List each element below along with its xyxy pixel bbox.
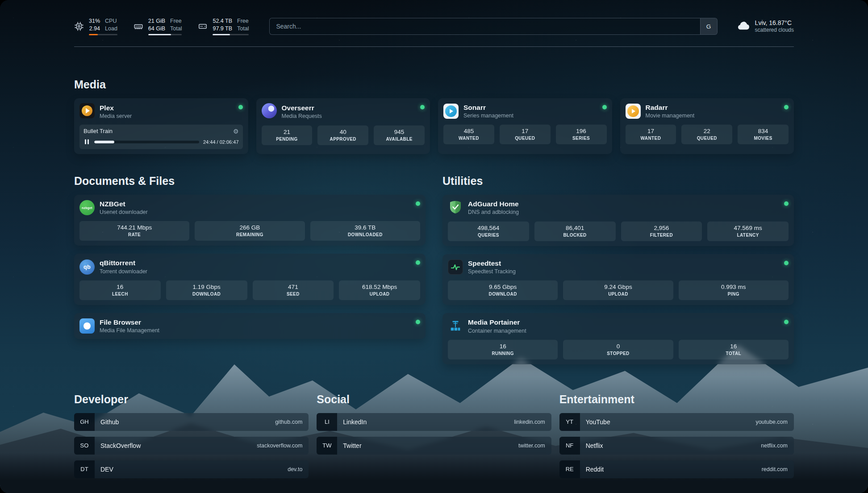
stat-label: AVAILABLE: [376, 137, 423, 142]
stat-block: 22 QUEUED: [681, 125, 732, 144]
service-subtitle: Movie management: [646, 112, 695, 119]
stat-block: 17 QUEUED: [500, 125, 551, 144]
weather-condition: scattered clouds: [755, 27, 794, 34]
stat-label: DOWNLOADED: [312, 232, 418, 237]
bookmark-name: Reddit: [586, 466, 604, 473]
search-bar[interactable]: G: [269, 18, 717, 35]
resource-usage-fill: [148, 34, 171, 35]
service-card-nzbget[interactable]: nzbget NZBGet Usenet downloader 744.21 M…: [74, 195, 426, 246]
stat-block: 2,956 FILTERED: [621, 221, 702, 241]
memory-icon: [134, 21, 143, 31]
bookmark-url: twitter.com: [518, 443, 545, 449]
stat-label: STOPPED: [565, 351, 671, 356]
stat-label: UPLOAD: [565, 292, 671, 297]
resource-usage-fill: [89, 34, 98, 35]
stat-value: 2,956: [623, 225, 701, 231]
bookmark-abbr: DT: [74, 460, 95, 478]
status-dot: [416, 320, 420, 324]
bookmark-name: YouTube: [586, 418, 610, 426]
service-card-media-portainer[interactable]: Media Portainer Container management 16 …: [442, 313, 794, 364]
service-stats: 16 LEECH 1.19 Gbps DOWNLOAD 471 SEED 618…: [79, 280, 420, 300]
service-header: Sonarr Series management: [443, 103, 607, 119]
bookmark-reddit[interactable]: RE Reddit reddit.com: [559, 460, 794, 478]
bookmark-abbr: SO: [74, 437, 95, 455]
playback-progress-bar[interactable]: [94, 141, 199, 143]
disk-icon: [198, 21, 208, 31]
service-stats: 17 WANTED 22 QUEUED 834 MOVIES: [626, 125, 789, 144]
bookmark-url: netflix.com: [761, 443, 788, 449]
stat-block: 21 PENDING: [262, 125, 313, 145]
service-header: Plex Media server: [79, 103, 243, 120]
plex-icon: [79, 103, 95, 120]
search-provider-button[interactable]: G: [700, 18, 717, 34]
stat-label: PING: [680, 292, 787, 297]
service-card-sonarr[interactable]: Sonarr Series management 485 WANTED 17 Q…: [438, 98, 612, 154]
service-card-plex[interactable]: Plex Media server Bullet Train ⚙ 24:44 /…: [74, 98, 248, 154]
service-header: Speedtest Speedtest Tracking: [448, 259, 789, 275]
service-header: Overseerr Media Requests: [262, 103, 425, 120]
bookmark-github[interactable]: GH Github github.com: [74, 413, 309, 431]
topbar: 31% 2.94 CPU Load 21 GiB 64 GiB Free: [74, 13, 794, 39]
stat-value: 22: [683, 128, 730, 134]
service-name: Overseerr: [282, 104, 322, 113]
bookmark-stackoverflow[interactable]: SO StackOverflow stackoverflow.com: [74, 437, 309, 455]
service-name: AdGuard Home: [468, 200, 519, 209]
stat-label: UPLOAD: [341, 292, 418, 297]
pause-icon[interactable]: [83, 138, 90, 145]
status-dot: [238, 105, 243, 109]
stat-block: 17 WANTED: [626, 125, 676, 144]
dashboard-screen: 31% 2.94 CPU Load 21 GiB 64 GiB Free: [0, 0, 868, 493]
bookmark-dev[interactable]: DT DEV dev.to: [74, 460, 309, 478]
service-card-radarr[interactable]: Radarr Movie management 17 WANTED 22 QUE…: [620, 98, 794, 154]
stat-block: 485 WANTED: [443, 125, 494, 144]
bookmark-name: Twitter: [343, 442, 361, 449]
portainer-icon: [448, 318, 463, 334]
bookmark-twitter[interactable]: TW Twitter twitter.com: [317, 437, 551, 455]
stat-value: 39.6 TB: [312, 224, 418, 231]
service-card-adguard-home[interactable]: AdGuard Home DNS and adblocking 498,564 …: [442, 195, 794, 246]
bookmark-group-developer: Developer GH Github github.com SO StackO…: [74, 393, 309, 478]
stat-block: 945 AVAILABLE: [374, 125, 425, 145]
service-card-speedtest[interactable]: Speedtest Speedtest Tracking 9.65 Gbps D…: [442, 254, 794, 305]
service-stats: 744.21 Mbps RATE 266 GB REMAINING 39.6 T…: [79, 221, 420, 241]
service-card-qbittorrent[interactable]: qb qBittorrent Torrent downloader 16 LEE…: [74, 254, 426, 305]
resource-value: 64 GiB: [148, 25, 165, 32]
status-dot: [784, 320, 789, 324]
resource-widget: 31% 2.94 CPU Load: [74, 17, 117, 35]
bookmark-netflix[interactable]: NF Netflix netflix.com: [559, 437, 794, 455]
overseerr-icon: [262, 103, 277, 120]
service-header: nzbget NZBGet Usenet downloader: [79, 200, 420, 216]
stat-value: 744.21 Mbps: [81, 224, 188, 231]
stat-value: 21: [263, 129, 311, 135]
service-card-file-browser[interactable]: File Browser Media File Management: [74, 313, 426, 339]
stat-value: 47.569 ms: [709, 225, 787, 231]
stat-label: FILTERED: [623, 233, 701, 238]
weather-widget[interactable]: Lviv, 16.87°C scattered clouds: [736, 18, 794, 34]
stat-value: 485: [445, 128, 492, 134]
service-stats: 498,564 QUERIES 86,401 BLOCKED 2,956 FIL…: [448, 221, 789, 241]
search-input[interactable]: [270, 18, 700, 34]
bookmark-name: StackOverflow: [100, 442, 141, 449]
bookmark-youtube[interactable]: YT YouTube youtube.com: [559, 413, 794, 431]
service-name: Radarr: [646, 103, 695, 112]
now-playing-panel: Bullet Train ⚙ 24:44 / 02:06:47: [79, 125, 243, 149]
stat-value: 834: [739, 128, 787, 134]
stat-value: 0: [565, 343, 671, 350]
status-dot: [602, 105, 607, 109]
stat-label: PENDING: [263, 137, 311, 142]
stat-block: 471 SEED: [253, 280, 334, 300]
stat-label: DOWNLOAD: [168, 292, 246, 297]
bookmark-group-entertainment: Entertainment YT YouTube youtube.com NF …: [559, 393, 794, 478]
status-dot: [416, 260, 420, 265]
playback-time: 24:44 / 02:06:47: [203, 139, 239, 145]
nzbget-icon: nzbget: [79, 200, 95, 215]
stat-label: APPROVED: [319, 137, 367, 142]
stat-label: SERIES: [558, 136, 605, 141]
bookmark-group-title: Developer: [74, 393, 309, 406]
gear-icon[interactable]: ⚙: [233, 128, 239, 134]
stat-label: QUERIES: [450, 233, 527, 238]
service-card-overseerr[interactable]: Overseerr Media Requests 21 PENDING 40 A…: [256, 98, 430, 154]
bookmark-abbr: YT: [559, 413, 580, 431]
bookmark-linkedin[interactable]: LI LinkedIn linkedin.com: [317, 413, 551, 431]
utilities-cards: AdGuard Home DNS and adblocking 498,564 …: [442, 195, 794, 364]
